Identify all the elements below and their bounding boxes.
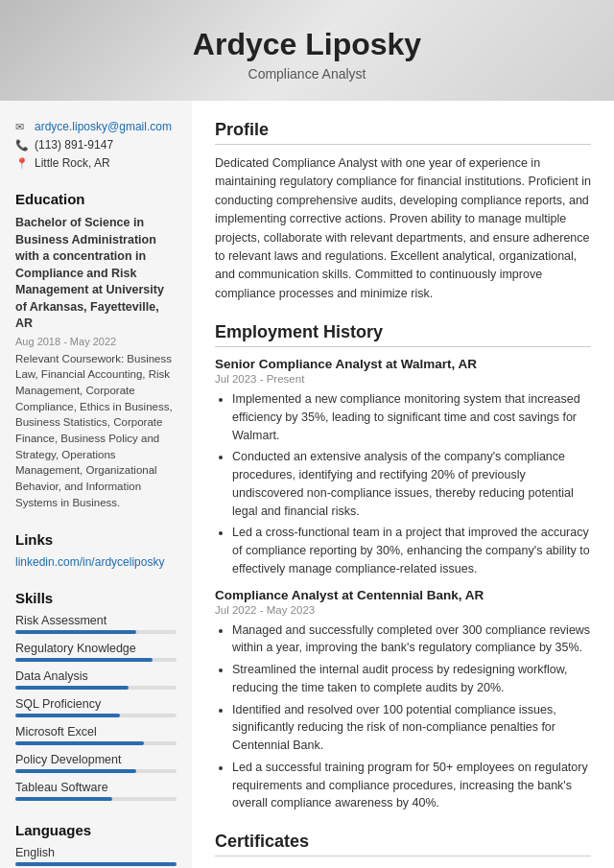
skill-bar-fill [15,769,136,773]
phone-text: (113) 891-9147 [35,138,113,152]
skill-bar-bg [15,769,177,773]
location-item: 📍 Little Rock, AR [15,156,177,170]
job-bullet: Streamlined the internal audit process b… [232,661,591,697]
job-bullets: Implemented a new compliance monitoring … [215,390,591,578]
email-item: ✉ ardyce.liposky@gmail.com [15,120,177,133]
linkedin-item: linkedin.com/in/ardyceliposky [15,555,177,569]
edu-dates: Aug 2018 - May 2022 [15,336,177,347]
employment-section: Employment History Senior Compliance Ana… [215,322,591,812]
skill-bar-bg [15,686,177,690]
edu-coursework: Relevant Coursework: Business Law, Finan… [15,351,177,511]
education-section: Education Bachelor of Science in Busines… [15,191,177,510]
skill-bar-bg [15,714,177,717]
skill-item: Data Analysis [15,669,177,690]
skill-label: SQL Proficiency [15,697,177,711]
job-bullet: Led a successful training program for 50… [232,759,591,812]
languages-title: Languages [15,822,177,838]
languages-section: Languages English [15,822,177,866]
skill-label: Policy Development [15,753,177,766]
skill-label: Data Analysis [15,669,177,683]
skill-bar-fill [15,714,120,717]
skill-bar-fill [15,686,129,690]
sidebar: ✉ ardyce.liposky@gmail.com 📞 (113) 891-9… [0,101,192,868]
skill-item: Risk Assessment [15,614,177,634]
links-section: Links linkedin.com/in/ardyceliposky [15,531,177,569]
edu-degree: Bachelor of Science in Business Administ… [15,215,177,333]
phone-icon: 📞 [15,139,29,152]
job-title: Senior Compliance Analyst at Walmart, AR [215,357,591,371]
certificates-title: Certificates [215,832,591,856]
main-content: Profile Dedicated Compliance Analyst wit… [192,101,614,868]
job-bullet: Managed and successfully completed over … [232,622,591,658]
skill-bar-bg [15,658,177,662]
skill-bar-bg [15,797,177,801]
contact-section: ✉ ardyce.liposky@gmail.com 📞 (113) 891-9… [15,120,177,170]
language-bar-bg [15,862,177,866]
language-item: English [15,846,177,866]
skill-bar-bg [15,630,177,634]
skill-label: Microsoft Excel [15,725,177,739]
job-bullet: Identified and resolved over 100 potenti… [232,701,591,755]
skills-section: Skills Risk Assessment Regulatory Knowle… [15,590,177,801]
skill-item: Policy Development [15,753,177,773]
language-bar-fill [15,862,177,866]
profile-text: Dedicated Compliance Analyst with one ye… [215,154,591,303]
location-text: Little Rock, AR [35,156,110,170]
linkedin-link[interactable]: linkedin.com/in/ardyceliposky [15,555,164,569]
skill-label: Tableau Software [15,781,177,794]
job-bullet: Conducted an extensive analysis of the c… [232,448,591,520]
links-title: Links [15,531,177,548]
resume-header: Ardyce Liposky Compliance Analyst [0,0,614,101]
job-title: Compliance Analyst at Centennial Bank, A… [215,588,591,602]
location-icon: 📍 [15,157,29,170]
job-entry: Compliance Analyst at Centennial Bank, A… [215,588,591,813]
candidate-name: Ardyce Liposky [19,27,595,62]
profile-section: Profile Dedicated Compliance Analyst wit… [215,120,591,303]
email-icon: ✉ [15,121,29,133]
skill-bar-fill [15,658,153,662]
skill-item: Microsoft Excel [15,725,177,745]
candidate-title: Compliance Analyst [19,66,595,82]
resume-body: ✉ ardyce.liposky@gmail.com 📞 (113) 891-9… [0,101,614,868]
job-bullet: Led a cross-functional team in a project… [232,524,591,577]
skill-label: Regulatory Knowledge [15,642,177,655]
skill-bar-fill [15,741,144,745]
job-date: Jul 2023 - Present [215,373,591,385]
language-label: English [15,846,177,859]
education-title: Education [15,191,177,207]
email-link[interactable]: ardyce.liposky@gmail.com [35,120,172,133]
coursework-label: Relevant Coursework: [15,353,124,364]
coursework-text: Business Law, Financial Accounting, Risk… [15,353,173,508]
phone-item: 📞 (113) 891-9147 [15,138,177,152]
skill-bar-fill [15,630,136,634]
skills-title: Skills [15,590,177,606]
skill-item: SQL Proficiency [15,697,177,717]
job-bullets: Managed and successfully completed over … [215,622,591,813]
employment-title: Employment History [215,322,591,347]
skill-item: Tableau Software [15,781,177,801]
skill-bar-bg [15,741,177,745]
job-date: Jul 2022 - May 2023 [215,604,591,616]
skill-bar-fill [15,797,112,801]
job-bullet: Implemented a new compliance monitoring … [232,390,591,444]
job-entry: Senior Compliance Analyst at Walmart, AR… [215,357,591,578]
skill-item: Regulatory Knowledge [15,642,177,662]
skill-label: Risk Assessment [15,614,177,627]
certificates-section: Certificates Certified Regulatory Compli… [215,832,591,868]
profile-title: Profile [215,120,591,145]
